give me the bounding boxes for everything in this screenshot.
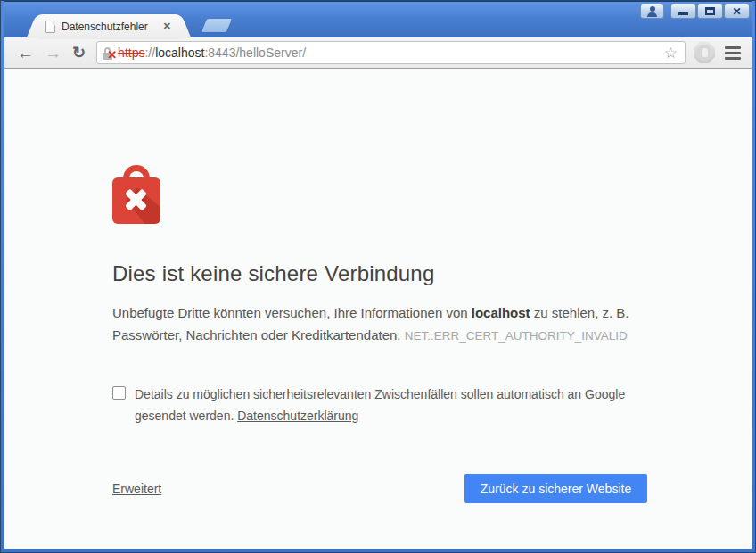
ssl-interstitial: Dies ist keine sichere Verbindung Unbefu… — [112, 165, 647, 503]
back-button[interactable]: ← — [12, 43, 39, 63]
action-row: Erweitert Zurück zu sicherer Website — [112, 474, 647, 503]
url-host: localhost — [155, 45, 204, 60]
maximize-button[interactable] — [697, 4, 723, 19]
browser-toolbar: ← → ↻ ✕ https://localhost:8443/helloServ… — [4, 37, 752, 69]
url-separator: :// — [144, 45, 155, 60]
back-to-safety-button[interactable]: Zurück zu sicherer Website — [464, 474, 647, 503]
tab-close-icon[interactable]: ✕ — [160, 19, 174, 34]
broken-lock-icon[interactable]: ✕ — [103, 46, 114, 60]
tab-title: Datenschutzfehler — [62, 21, 160, 33]
minimize-icon — [678, 12, 688, 15]
warning-text: Unbefugte Dritte könnten versuchen, Ihre… — [112, 301, 647, 347]
titlebar: Datenschutzfehler ✕ ✕ — [4, 1, 752, 37]
red-broken-lock-icon — [112, 165, 160, 224]
error-code: NET::ERR_CERT_AUTHORITY_INVALID — [405, 329, 628, 343]
privacy-policy-link[interactable]: Datenschutzerklärung — [237, 409, 358, 423]
report-checkbox[interactable] — [112, 386, 126, 400]
address-bar[interactable]: ✕ https://localhost:8443/helloServer/ ☆ — [96, 41, 686, 64]
window-controls: ✕ — [639, 4, 750, 19]
warning-host: localhost — [472, 305, 530, 320]
stop-hand-extension-icon[interactable] — [694, 42, 715, 63]
browser-window: Datenschutzfehler ✕ ✕ — [0, 0, 756, 553]
new-tab-button[interactable] — [201, 19, 232, 32]
bookmark-star-icon[interactable]: ☆ — [662, 45, 679, 61]
page-document-icon — [45, 21, 55, 33]
profile-button[interactable] — [640, 4, 664, 19]
minimize-button[interactable] — [670, 4, 696, 19]
report-option-row: Details zu möglichen sicherheitsrelevant… — [112, 384, 647, 426]
maximize-icon — [705, 7, 715, 15]
page-title: Dies ist keine sichere Verbindung — [112, 261, 647, 286]
close-button[interactable]: ✕ — [724, 4, 750, 19]
url-path: :8443/helloServer/ — [204, 45, 306, 60]
close-icon: ✕ — [732, 6, 741, 17]
person-icon — [647, 6, 657, 17]
warning-text-part1: Unbefugte Dritte könnten versuchen, Ihre… — [112, 305, 472, 320]
tab-datenschutzfehler[interactable]: Datenschutzfehler ✕ — [38, 14, 179, 38]
advanced-link[interactable]: Erweitert — [112, 482, 161, 496]
report-checkbox-label: Details zu möglichen sicherheitsrelevant… — [135, 387, 625, 423]
page-content: Dies ist keine sichere Verbindung Unbefu… — [4, 69, 752, 549]
reload-button[interactable]: ↻ — [67, 43, 91, 62]
forward-button[interactable]: → — [39, 43, 67, 63]
hamburger-menu-icon[interactable] — [721, 42, 744, 64]
url-scheme: https — [118, 45, 144, 60]
